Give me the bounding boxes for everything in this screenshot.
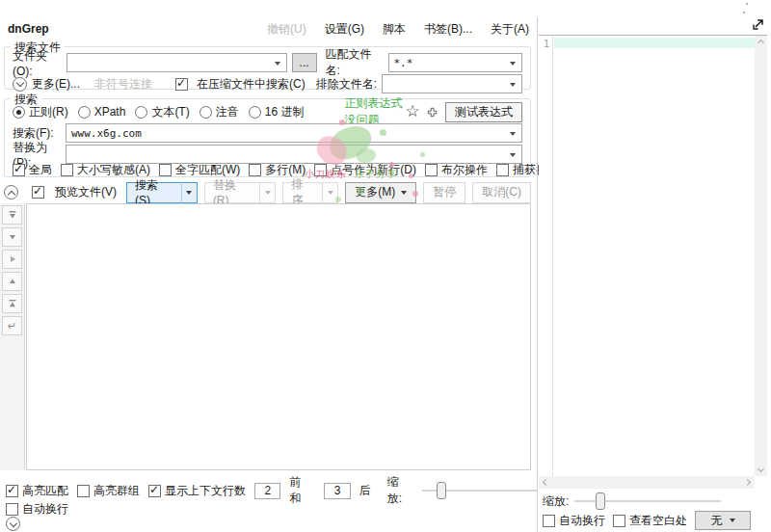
symlink-label: 非符号连接 <box>94 76 152 93</box>
scroll-left-icon[interactable] <box>543 479 549 486</box>
context-end-label: 后 <box>359 483 371 499</box>
capture-groups-checkbox[interactable] <box>496 164 509 176</box>
context-mid-label: 前 和 <box>289 474 315 507</box>
next-match-button[interactable] <box>2 227 22 247</box>
results-wrap-checkbox[interactable] <box>6 503 18 516</box>
preview-wrap-label: 自动换行 <box>559 513 605 529</box>
scroll-up-icon[interactable] <box>758 40 764 46</box>
radio-hex-label: 16 进制 <box>265 104 305 120</box>
whole-word-checkbox[interactable] <box>159 164 172 176</box>
view-whitespace-label: 查看空白处 <box>629 513 687 529</box>
more-options-expander[interactable] <box>13 77 27 92</box>
whole-word-label: 全字匹配(W) <box>175 162 240 178</box>
arrow-down-to-bar-icon <box>7 209 18 221</box>
exclude-combobox[interactable] <box>382 74 522 93</box>
sort-split-button[interactable]: 排序 <box>282 182 338 203</box>
context-lines-checkbox[interactable] <box>148 485 161 497</box>
global-checkbox[interactable] <box>13 164 25 176</box>
preview-file-checkbox[interactable] <box>32 186 44 199</box>
wrap-row: 自动换行 <box>6 501 68 517</box>
search-split-button[interactable]: 搜索(S) <box>126 182 198 203</box>
match-label: 匹配文件名: <box>326 46 384 79</box>
view-whitespace-checkbox[interactable] <box>613 515 625 527</box>
results-list[interactable] <box>26 203 531 470</box>
whitespace-mode-dropdown[interactable]: 无 <box>695 511 751 530</box>
preview-zoom-row: 缩放: <box>543 492 721 510</box>
radio-xpath[interactable] <box>78 106 91 119</box>
whitespace-mode-value: 无 <box>711 513 723 529</box>
popout-preview-icon[interactable] <box>751 17 765 32</box>
results-options-expander[interactable] <box>6 517 20 531</box>
preview-file-label: 预览文件(V) <box>55 184 117 200</box>
folder-combobox[interactable] <box>66 53 286 72</box>
results-zoom-slider[interactable] <box>422 482 538 499</box>
preview-zoom-label: 缩放: <box>543 493 569 510</box>
next-file-button[interactable] <box>2 205 22 225</box>
header: dnGrep 撤销(U) 设置(G) 脚本 书签(B)... 关于(A) <box>8 21 529 37</box>
scroll-right-icon[interactable] <box>744 479 751 486</box>
case-sensitive-checkbox[interactable] <box>61 164 73 176</box>
scroll-down-icon[interactable] <box>758 466 764 472</box>
radio-regex[interactable] <box>13 106 25 119</box>
dot-as-newline-label: 点号作为新行(D) <box>331 162 416 178</box>
multiline-checkbox[interactable] <box>249 164 261 176</box>
preview-editor[interactable]: 1 <box>539 35 767 476</box>
action-toolbar: 预览文件(V) 搜索(S) 替换(R) 排序 更多(M) 暂停 取消(C) <box>4 181 531 203</box>
search-archives-checkbox[interactable] <box>175 78 188 91</box>
search-dropdown-arrow[interactable] <box>181 182 198 203</box>
radio-text[interactable] <box>135 106 147 119</box>
match-pattern-combobox[interactable]: *.* <box>388 53 523 72</box>
add-bookmark-plus-icon[interactable] <box>427 104 438 120</box>
menu-bar: 撤销(U) 设置(G) 脚本 书签(B)... 关于(A) <box>267 21 529 38</box>
arrow-up-to-bar-icon <box>7 298 18 309</box>
radio-hex[interactable] <box>249 106 261 119</box>
current-match-button[interactable] <box>2 250 22 269</box>
result-nav-strip: ↵ <box>2 205 24 335</box>
radio-phonetic-label: 注音 <box>216 104 239 120</box>
preview-zoom-slider[interactable] <box>574 492 721 510</box>
test-expression-button[interactable]: 测试表达式 <box>445 102 522 122</box>
previous-match-button[interactable] <box>2 272 22 291</box>
boolean-operators-checkbox[interactable] <box>425 164 438 176</box>
vertical-scrollbar[interactable] <box>755 36 767 476</box>
dot-as-newline-checkbox[interactable] <box>314 164 327 176</box>
arrow-right-icon <box>7 253 18 265</box>
bookmark-star-icon[interactable]: ☆ <box>406 105 420 119</box>
panel-splitter[interactable] <box>537 17 538 532</box>
menu-script[interactable]: 脚本 <box>383 21 406 38</box>
exclude-label: 排除文件名: <box>316 76 377 93</box>
previous-file-button[interactable] <box>2 294 22 313</box>
results-zoom-label: 缩放: <box>387 474 413 507</box>
menu-about[interactable]: 关于(A) <box>491 21 529 38</box>
highlight-groups-checkbox[interactable] <box>77 485 90 497</box>
highlight-matches-checkbox[interactable] <box>6 485 18 497</box>
radio-text-label: 文本(T) <box>151 104 189 120</box>
collapse-options-expander[interactable] <box>4 185 18 200</box>
preview-wrap-checkbox[interactable] <box>543 515 555 527</box>
replace-split-button[interactable]: 替换(R) <box>204 182 277 203</box>
menu-bookmarks[interactable]: 书签(B)... <box>424 21 472 38</box>
file-group: 搜索文件 文件夹(O): ... 匹配文件名: *.* 更多(E)... 非符号… <box>4 46 531 90</box>
menu-settings[interactable]: 设置(G) <box>325 21 364 38</box>
preview-options-row: 自动换行 查看空白处 无 <box>543 511 751 530</box>
results-options-bar: 高亮匹配 高亮群组 显示上下文行数 2 前 和 3 后 缩放: <box>6 482 537 499</box>
global-label: 全局 <box>29 162 52 178</box>
scroll-to-current-button[interactable]: ↵ <box>2 316 22 335</box>
line-number: 1 <box>544 39 549 49</box>
arrow-up-icon <box>7 276 18 287</box>
search-button-label[interactable]: 搜索(S) <box>126 182 181 203</box>
search-for-combobox[interactable]: www.x6g.com <box>66 123 522 143</box>
more-label[interactable]: 更多(E)... <box>32 76 80 93</box>
more-menu-button[interactable]: 更多(M) <box>345 182 416 203</box>
context-before-input[interactable]: 2 <box>254 483 280 499</box>
horizontal-scrollbar[interactable] <box>539 476 755 489</box>
context-lines-label: 显示上下文行数 <box>165 483 246 499</box>
folder-label: 文件夹(O): <box>13 48 62 78</box>
browse-button[interactable]: ... <box>292 53 317 72</box>
context-after-input[interactable]: 3 <box>324 483 350 499</box>
highlight-groups-label: 高亮群组 <box>93 483 140 499</box>
search-group: 搜索 正则(R) XPath 文本(T) 注音 16 进制 正则表达式没问题 ☆… <box>4 98 531 177</box>
cancel-button: 取消(C) <box>472 182 531 203</box>
replace-dropdown-arrow <box>259 182 276 203</box>
radio-phonetic[interactable] <box>199 106 212 119</box>
